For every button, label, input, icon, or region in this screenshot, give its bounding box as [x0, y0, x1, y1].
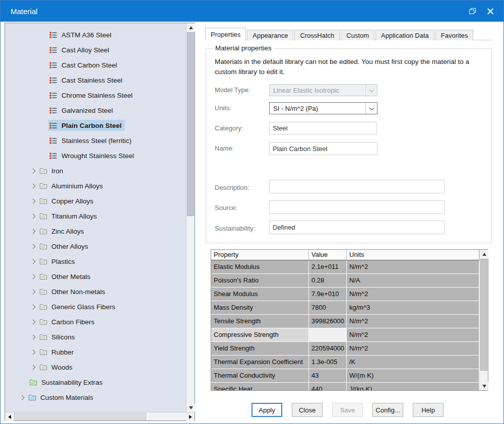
column-header-units[interactable]: Units: [347, 250, 479, 260]
tree-item[interactable]: Silicons: [5, 329, 186, 344]
chevron-right-icon[interactable]: [28, 332, 38, 342]
table-scrollbar[interactable]: [479, 250, 488, 390]
table-row[interactable]: Yield Strength 220594000 N/m^2: [211, 342, 479, 356]
close-button[interactable]: [481, 1, 499, 22]
table-row[interactable]: Poisson's Ratio 0.28 N/A: [211, 274, 479, 288]
restore-button[interactable]: [463, 1, 481, 22]
vertical-scroll-thumb[interactable]: [187, 32, 194, 216]
tab-appearance[interactable]: Appearance: [247, 30, 293, 40]
table-row[interactable]: Thermal Expansion Coefficient 1.3e-005 /…: [211, 356, 479, 369]
tree-item[interactable]: Copper Alloys: [5, 193, 186, 208]
tree-item[interactable]: Woods: [5, 360, 186, 375]
tree-item[interactable]: Plain Carbon Steel: [5, 118, 186, 133]
category-field[interactable]: [269, 122, 376, 134]
chevron-right-icon[interactable]: [28, 166, 38, 176]
table-row[interactable]: Specific Heat 440 J/(kg·K): [211, 383, 479, 390]
apply-button[interactable]: Apply: [251, 403, 282, 417]
scroll-down-button[interactable]: [186, 403, 195, 412]
tree-item[interactable]: Galvanized Steel: [5, 103, 186, 118]
sustainability-field[interactable]: [269, 221, 445, 234]
value-cell[interactable]: 220594000: [309, 342, 347, 356]
tree-item[interactable]: Rubber: [5, 344, 186, 360]
tab-application-data[interactable]: Application Data: [375, 30, 434, 40]
tree-item[interactable]: Aluminium Alloys: [5, 178, 186, 193]
chevron-right-icon[interactable]: [28, 256, 38, 266]
property-cell: Poisson's Ratio: [211, 274, 309, 288]
value-cell[interactable]: 2.1e+011: [309, 260, 347, 274]
chevron-right-icon[interactable]: [28, 362, 38, 372]
value-cell[interactable]: [309, 328, 347, 342]
units-label: Units:: [215, 104, 231, 112]
tree-item[interactable]: Iron: [5, 163, 186, 178]
config-button[interactable]: Config...: [372, 403, 403, 417]
tree-horizontal-scrollbar[interactable]: [5, 412, 195, 420]
scroll-left-button[interactable]: [5, 412, 14, 421]
scroll-right-button[interactable]: [186, 412, 195, 421]
tree-item[interactable]: Zinc Alloys: [5, 224, 186, 239]
save-button[interactable]: Save: [332, 403, 363, 417]
tree-item[interactable]: Wrought Stainless Steel: [5, 148, 186, 163]
chevron-right-icon[interactable]: [28, 347, 38, 357]
tab-properties[interactable]: Properties: [205, 28, 246, 40]
chevron-right-icon[interactable]: [28, 317, 38, 327]
chevron-right-icon[interactable]: [28, 181, 38, 191]
value-cell[interactable]: 440: [309, 383, 347, 390]
column-header-property[interactable]: Property: [211, 250, 309, 260]
arrow-down-icon: [189, 406, 193, 409]
tree-item[interactable]: Other Metals: [5, 269, 186, 284]
description-field[interactable]: [269, 180, 445, 193]
chevron-right-icon[interactable]: [28, 302, 38, 312]
name-field[interactable]: [269, 142, 377, 155]
value-cell[interactable]: 7.9e+010: [309, 288, 347, 301]
tree-item[interactable]: Sustainability Extras: [5, 375, 186, 390]
tree-item[interactable]: Cast Carbon Steel: [5, 57, 186, 73]
value-cell[interactable]: 43: [309, 369, 347, 383]
tree-item[interactable]: Carbon Fibers: [5, 314, 186, 329]
tree-item-label: Galvanized Steel: [61, 107, 113, 114]
tree-item[interactable]: Plastics: [5, 254, 186, 269]
chevron-right-icon[interactable]: [28, 241, 38, 251]
model-type-dropdown[interactable]: Linear Elastic Isotropic: [269, 84, 377, 96]
table-row[interactable]: Compressive Strength N/m^2: [211, 328, 479, 342]
tree-item[interactable]: Other Non-metals: [5, 284, 186, 299]
column-header-value[interactable]: Value: [309, 250, 347, 260]
chevron-right-icon[interactable]: [28, 196, 38, 206]
tree-item[interactable]: ASTM A36 Steel: [5, 27, 186, 42]
table-scroll-up-button[interactable]: [480, 250, 488, 258]
tree-item[interactable]: Custom Materials: [5, 390, 186, 405]
close-button[interactable]: Close: [292, 403, 323, 417]
help-button[interactable]: Help: [413, 403, 444, 417]
table-scroll-thumb[interactable]: [480, 259, 487, 371]
value-cell[interactable]: 7800: [309, 301, 347, 315]
chevron-right-icon[interactable]: [28, 271, 38, 281]
table-row[interactable]: Thermal Conductivity 43 W/(m·K): [211, 369, 479, 383]
tree-item[interactable]: Titanium Alloys: [5, 208, 186, 224]
value-cell[interactable]: 0.28: [309, 274, 347, 288]
folder-icon: [39, 182, 48, 190]
tree-item[interactable]: Other Alloys: [5, 239, 186, 254]
table-row[interactable]: Elastic Modulus 2.1e+011 N/m^2: [211, 260, 479, 274]
tree-vertical-scrollbar[interactable]: [186, 23, 195, 412]
tree-item[interactable]: Stainless Steel (ferritic): [5, 133, 186, 148]
value-cell[interactable]: 1.3e-005: [309, 356, 347, 369]
tree-item[interactable]: Cast Stainless Steel: [5, 73, 186, 88]
tab-custom[interactable]: Custom: [341, 30, 374, 40]
table-scroll-down-button[interactable]: [480, 382, 488, 390]
units-dropdown[interactable]: SI - N/m^2 (Pa): [269, 102, 377, 114]
tree-item[interactable]: Chrome Stainless Steel: [5, 88, 186, 103]
value-cell[interactable]: 399826000: [309, 315, 347, 328]
chevron-right-icon[interactable]: [28, 287, 38, 297]
source-field[interactable]: [269, 200, 445, 214]
scroll-up-button[interactable]: [186, 23, 195, 32]
tree-item[interactable]: Generic Glass Fibers: [5, 299, 186, 314]
tab-crosshatch[interactable]: CrossHatch: [294, 30, 340, 40]
chevron-right-icon[interactable]: [17, 392, 27, 402]
tab-favorites[interactable]: Favorites: [435, 30, 473, 40]
chevron-right-icon[interactable]: [28, 226, 38, 236]
table-row[interactable]: Tensile Strength 399826000 N/m^2: [211, 315, 479, 328]
horizontal-scroll-thumb[interactable]: [14, 413, 146, 420]
tree-item[interactable]: Cast Alloy Steel: [5, 42, 186, 57]
chevron-right-icon[interactable]: [28, 211, 38, 221]
table-row[interactable]: Mass Density 7800 kg/m^3: [211, 301, 479, 315]
table-row[interactable]: Shear Modulus 7.9e+010 N/m^2: [211, 288, 479, 301]
